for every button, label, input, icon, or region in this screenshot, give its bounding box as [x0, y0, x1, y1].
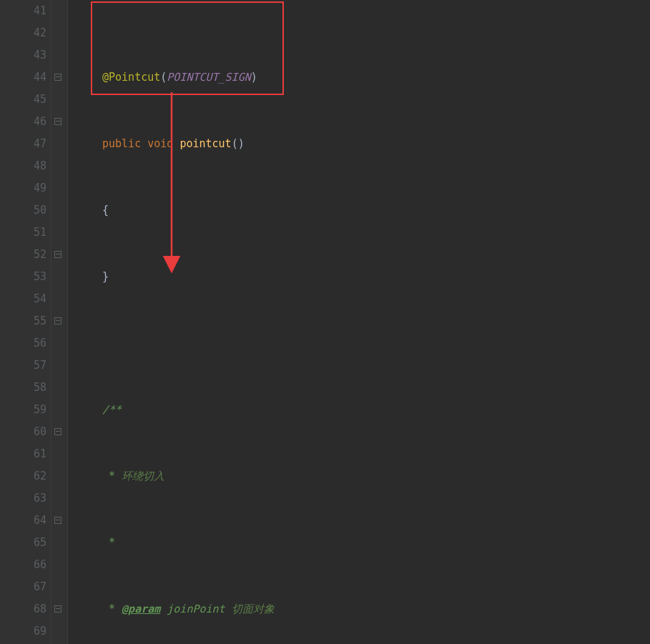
line-number: 65	[0, 532, 46, 554]
fold-open-icon[interactable]	[54, 428, 61, 435]
line-number: 66	[0, 554, 46, 576]
javadoc-text: 环绕切入	[115, 470, 164, 482]
line-number: 62	[0, 465, 46, 487]
brace: }	[102, 270, 109, 283]
line-number-gutter: 41 42 43 44 45 46 47 48 49 50 51 52 53 5…	[0, 0, 51, 644]
javadoc-star: *	[102, 470, 115, 482]
fold-open-icon[interactable]	[54, 317, 61, 325]
line-number: 47	[0, 133, 46, 155]
javadoc-start: /**	[102, 403, 122, 416]
line-number: 56	[0, 332, 46, 355]
keyword: void	[147, 137, 173, 150]
line-number: 63	[0, 487, 46, 510]
fold-open-icon[interactable]	[54, 118, 61, 125]
code-line[interactable]: @Pointcut(POINTCUT_SIGN)	[68, 66, 650, 89]
code-editor[interactable]: 41 42 43 44 45 46 47 48 49 50 51 52 53 5…	[0, 0, 650, 644]
method-name: pointcut	[179, 137, 231, 150]
line-number: 57	[0, 355, 46, 377]
line-number: 60	[0, 421, 46, 443]
line-number: 58	[0, 377, 46, 399]
code-area[interactable]: @Pointcut(POINTCUT_SIGN) public void poi…	[68, 0, 650, 644]
fold-close-icon[interactable]	[54, 517, 61, 524]
code-line[interactable]: {	[68, 199, 650, 222]
code-line[interactable]: *	[68, 532, 650, 554]
line-number: 50	[0, 199, 46, 222]
line-number: 45	[0, 89, 46, 111]
fold-close-icon[interactable]	[54, 605, 61, 613]
line-number: 46	[0, 111, 46, 133]
javadoc-param-name: joinPoint	[160, 603, 225, 615]
code-line[interactable]: public void pointcut()	[68, 133, 650, 155]
line-number: 54	[0, 288, 46, 310]
fold-close-icon[interactable]	[54, 74, 61, 81]
line-number: 43	[0, 44, 46, 66]
line-number: 42	[0, 22, 46, 44]
javadoc-text: 切面对象	[225, 603, 275, 615]
annotation: @Pointcut	[102, 71, 160, 84]
line-number: 44	[0, 66, 46, 89]
line-number: 64	[0, 510, 46, 532]
line-number: 55	[0, 310, 46, 332]
line-number: 52	[0, 244, 46, 266]
code-line[interactable]: * @param joinPoint 切面对象	[68, 598, 650, 620]
code-line[interactable]: * 环绕切入	[68, 465, 650, 487]
line-number: 69	[0, 620, 46, 643]
line-number: 67	[0, 576, 46, 598]
javadoc-star: *	[102, 536, 115, 549]
brace: {	[102, 204, 109, 217]
code-line[interactable]	[68, 332, 650, 355]
line-number: 48	[0, 155, 46, 177]
javadoc-star: *	[102, 603, 115, 615]
code-line[interactable]: }	[68, 266, 650, 288]
keyword: public	[102, 137, 141, 150]
line-number: 41	[0, 0, 46, 22]
line-number: 51	[0, 222, 46, 244]
line-number: 61	[0, 443, 46, 465]
line-number: 53	[0, 266, 46, 288]
fold-column[interactable]	[51, 0, 68, 644]
javadoc-tag-param: @param	[122, 603, 160, 615]
line-number: 59	[0, 399, 46, 421]
constant-ref: POINTCUT_SIGN	[167, 71, 250, 84]
code-line[interactable]: /**	[68, 399, 650, 421]
line-number: 49	[0, 177, 46, 199]
fold-close-icon[interactable]	[54, 251, 61, 258]
line-number: 68	[0, 598, 46, 620]
